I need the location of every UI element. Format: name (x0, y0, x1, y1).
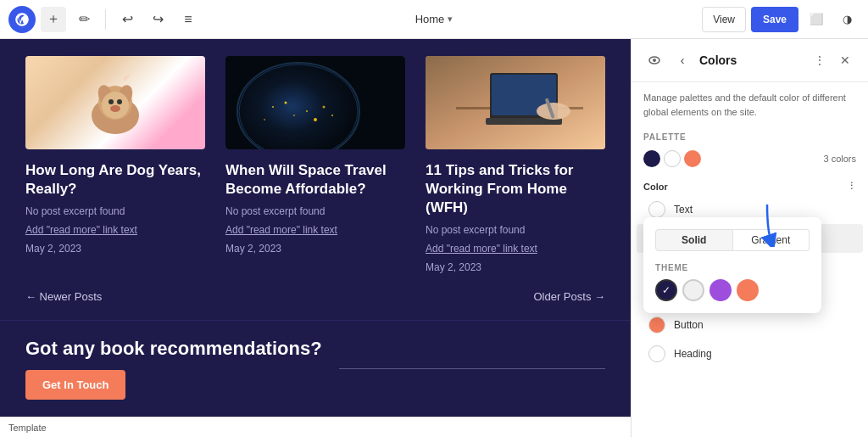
post-date-2: May 2, 2023 (225, 243, 405, 255)
svg-point-15 (306, 110, 308, 112)
svg-point-8 (110, 105, 120, 112)
svg-point-14 (293, 115, 295, 116)
close-sidebar-icon[interactable]: ✕ (834, 49, 856, 71)
svg-point-12 (272, 106, 274, 108)
color-picker-tabs: Solid Gradient (655, 229, 810, 251)
cp-swatch-coral[interactable] (737, 279, 759, 301)
heading-color-label: Heading (674, 348, 712, 360)
separator (105, 9, 106, 30)
post-card-3: 11 Tips and Tricks for Working From Home… (426, 56, 605, 273)
heading-color-dot (648, 345, 665, 362)
view-button[interactable]: View (702, 7, 746, 32)
undo-button[interactable]: ↩ (114, 7, 140, 32)
sidebar-description: Manage palettes and the default color of… (632, 82, 868, 127)
cp-swatch-purple[interactable] (709, 279, 732, 301)
edit-button[interactable]: ✏ (71, 7, 97, 32)
button-color-label: Button (674, 319, 704, 331)
post-card-1: How Long Are Dog Years, Really? No post … (25, 56, 205, 273)
older-posts-link[interactable]: Older Posts → (533, 290, 605, 303)
svg-point-17 (323, 106, 326, 109)
newer-posts-link[interactable]: ← Newer Posts (25, 290, 102, 303)
palette-swatch-orange[interactable] (684, 150, 701, 167)
color-section-label: Color ⋮ (632, 176, 868, 195)
post-link-3[interactable]: Add "read more" link text (426, 243, 605, 255)
dark-mode-icon[interactable]: ◑ (834, 7, 860, 32)
solid-tab[interactable]: Solid (655, 229, 733, 251)
palette-row: 3 colors (632, 145, 868, 176)
main-layout: How Long Are Dog Years, Really? No post … (0, 39, 868, 437)
home-nav-label[interactable]: Home (415, 13, 445, 25)
save-button[interactable]: Save (751, 7, 798, 32)
check-icon: ✓ (662, 284, 670, 296)
sidebar-title: Colors (699, 53, 737, 67)
svg-point-19 (331, 115, 333, 116)
add-block-button[interactable]: ＋ (41, 7, 66, 32)
styles-eye-icon[interactable] (643, 49, 665, 71)
post-title-3: 11 Tips and Tricks for Working From Home… (426, 161, 605, 217)
palette-count: 3 colors (823, 154, 856, 164)
svg-point-16 (314, 118, 317, 121)
post-excerpt-2: No post excerpt found (225, 205, 405, 217)
list-view-button[interactable]: ≡ (175, 7, 201, 32)
palette-section-label: PALETTE (632, 127, 868, 145)
arrow-indicator (754, 204, 780, 250)
text-color-label: Text (674, 204, 693, 216)
sidebar: ‹ Colors ⋮ ✕ Manage palettes and the def… (631, 39, 868, 437)
svg-point-7 (117, 99, 122, 104)
toolbar: ＋ ✏ ↩ ↪ ≡ Home ▾ View Save ⬜ ◑ (0, 0, 868, 39)
back-button[interactable]: ‹ (672, 50, 693, 70)
post-title-2: When Will Space Travel Become Affordable… (225, 161, 405, 199)
button-color-dot (648, 317, 665, 333)
footer-left: Got any book recommendations? Get In Tou… (25, 338, 322, 400)
palette-swatch-light[interactable] (664, 150, 681, 167)
post-card-2: When Will Space Travel Become Affordable… (225, 56, 405, 273)
pagination: ← Newer Posts Older Posts → (0, 290, 631, 320)
preview-icon[interactable]: ⬜ (804, 7, 829, 32)
svg-point-18 (264, 119, 265, 120)
earth-image (225, 56, 405, 149)
template-label: Template (8, 423, 47, 433)
palette-swatches (643, 150, 701, 167)
post-link-2[interactable]: Add "read more" link text (225, 224, 405, 236)
redo-button[interactable]: ↪ (145, 7, 170, 32)
cta-button[interactable]: Get In Touch (25, 370, 125, 400)
sidebar-header-left: ‹ Colors (643, 49, 737, 71)
color-picker-popup: Solid Gradient THEME ✓ (643, 217, 821, 313)
sidebar-header-right: ⋮ ✕ (809, 49, 856, 71)
post-image-1 (25, 56, 205, 149)
post-excerpt-3: No post excerpt found (426, 224, 605, 236)
color-item-heading[interactable]: Heading (637, 339, 863, 368)
laptop-image (426, 56, 605, 149)
svg-point-30 (653, 59, 656, 62)
footer-title: Got any book recommendations? (25, 338, 322, 360)
home-nav-arrow: ▾ (448, 14, 453, 25)
color-picker-swatches: ✓ (655, 279, 810, 301)
template-bar: Template (0, 417, 631, 437)
posts-grid: How Long Are Dog Years, Really? No post … (0, 39, 631, 290)
dog-image (25, 56, 205, 149)
footer-divider (339, 368, 605, 369)
svg-point-6 (108, 99, 114, 104)
color-item-button[interactable]: Button (637, 311, 863, 339)
footer-section: Got any book recommendations? Get In Tou… (0, 320, 631, 417)
sidebar-header: ‹ Colors ⋮ ✕ (632, 39, 868, 82)
palette-swatch-dark[interactable] (643, 150, 660, 167)
post-link-1[interactable]: Add "read more" link text (25, 224, 205, 236)
post-title-1: How Long Are Dog Years, Really? (25, 161, 205, 199)
wp-icon[interactable] (8, 6, 36, 33)
post-excerpt-1: No post excerpt found (25, 205, 205, 217)
more-options-icon[interactable]: ⋮ (809, 49, 831, 71)
post-date-1: May 2, 2023 (25, 243, 205, 255)
content-area: How Long Are Dog Years, Really? No post … (0, 39, 631, 437)
theme-label: THEME (655, 263, 810, 272)
toolbar-right: View Save ⬜ ◑ (702, 7, 860, 32)
cp-swatch-light[interactable] (682, 279, 704, 301)
post-image-3 (426, 56, 605, 149)
text-color-dot (648, 201, 665, 218)
svg-point-13 (285, 102, 287, 104)
toolbar-center: Home ▾ (415, 13, 453, 25)
cp-swatch-dark[interactable]: ✓ (655, 279, 677, 301)
post-date-3: May 2, 2023 (426, 261, 605, 273)
color-options-icon[interactable]: ⋮ (847, 181, 856, 192)
post-image-2 (225, 56, 405, 149)
